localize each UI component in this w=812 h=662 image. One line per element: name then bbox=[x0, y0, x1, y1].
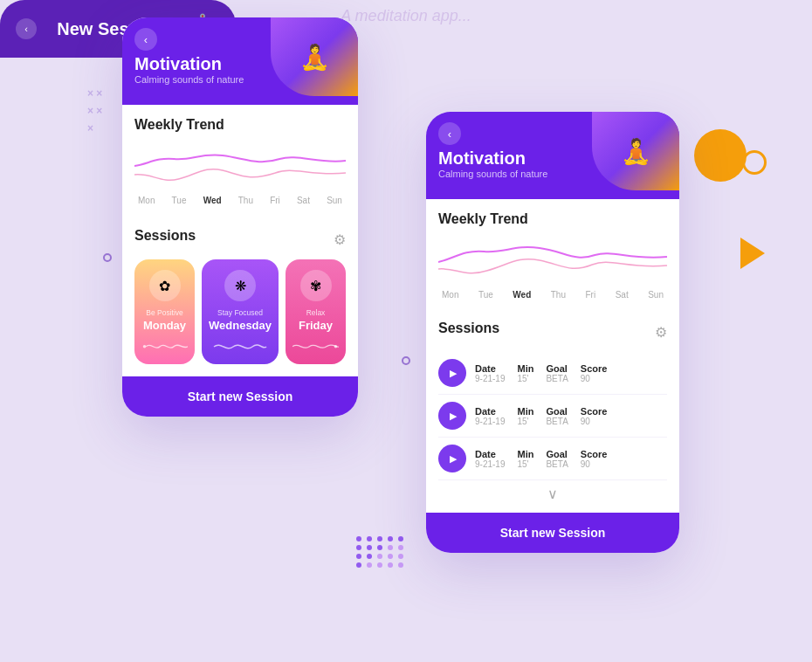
right-filter-icon[interactable]: ⚙ bbox=[655, 324, 667, 341]
goal-label-2: Goal bbox=[546, 406, 567, 417]
right-meditation-icon: 🧘 bbox=[621, 137, 651, 166]
session-score-col-3: Score 90 bbox=[581, 449, 608, 469]
right-header-illustration: 🧘 bbox=[592, 112, 679, 190]
right-trend-title: Weekly Trend bbox=[438, 211, 667, 227]
deco-yellow-circle bbox=[694, 129, 747, 182]
session-label-monday: Be Positive bbox=[146, 308, 183, 317]
session-card-friday[interactable]: ✾ Relax Friday bbox=[286, 259, 346, 364]
right-back-button[interactable]: ‹ bbox=[438, 122, 461, 145]
session-goal-col-1: Goal BETA bbox=[546, 363, 568, 383]
deco-circle-outline bbox=[742, 150, 767, 175]
date-value-3: 9-21-19 bbox=[475, 459, 505, 469]
r-day-thu: Thu bbox=[551, 290, 566, 300]
min-label-1: Min bbox=[517, 363, 533, 374]
right-phone: ‹ Motivation Calming sounds of nature 🧘 … bbox=[426, 112, 679, 553]
left-back-button[interactable]: ‹ bbox=[134, 28, 157, 51]
deco-small-circle-2 bbox=[402, 356, 410, 365]
left-session-cards: ✿ Be Positive Monday ❋ Stay Focused Wedn… bbox=[134, 259, 346, 364]
session-row-1: Date 9-21-19 Min 15' Goal BETA Score 90 bbox=[438, 352, 667, 395]
min-value-1: 15' bbox=[517, 374, 528, 383]
session-date-col-1: Date 9-21-19 bbox=[475, 363, 505, 383]
session-score-col-2: Score 90 bbox=[581, 406, 608, 426]
session-info-2: Date 9-21-19 Min 15' Goal BETA Score 90 bbox=[475, 406, 667, 426]
score-value-3: 90 bbox=[581, 459, 590, 469]
session-day-friday: Friday bbox=[299, 319, 333, 332]
left-sessions-header: Sessions ⚙ bbox=[134, 228, 346, 251]
session-card-wednesday[interactable]: ❋ Stay Focused Wednesday bbox=[202, 259, 279, 364]
session-date-col-3: Date 9-21-19 bbox=[475, 449, 505, 469]
right-sessions-section: Sessions ⚙ Date 9-21-19 Min 15' Goal BET… bbox=[426, 314, 679, 513]
svg-point-0 bbox=[143, 345, 147, 348]
day-wed: Wed bbox=[203, 196, 222, 205]
right-phone-header: ‹ Motivation Calming sounds of nature 🧘 bbox=[426, 112, 679, 199]
day-fri: Fri bbox=[270, 196, 280, 205]
filter-icon[interactable]: ⚙ bbox=[334, 231, 346, 248]
deco-small-circle-1 bbox=[103, 253, 112, 262]
session-wave-wednesday bbox=[209, 336, 272, 354]
session-card-monday[interactable]: ✿ Be Positive Monday bbox=[134, 259, 195, 364]
left-cta-button[interactable]: Start new Session bbox=[122, 376, 358, 417]
session-icon-friday: ✾ bbox=[300, 270, 332, 301]
r-day-tue: Tue bbox=[478, 290, 493, 300]
goal-value-1: BETA bbox=[546, 374, 568, 383]
decorative-x-marks: × × × × × bbox=[87, 87, 102, 134]
bottom-back-button[interactable]: ‹ bbox=[16, 18, 37, 39]
date-value-2: 9-21-19 bbox=[475, 417, 505, 426]
session-wave-friday bbox=[292, 336, 339, 354]
right-day-labels: Mon Tue Wed Thu Fri Sat Sun bbox=[438, 290, 667, 300]
session-min-col-3: Min 15' bbox=[517, 449, 533, 469]
right-sessions-header: Sessions ⚙ bbox=[438, 321, 667, 343]
session-info-1: Date 9-21-19 Min 15' Goal BETA Score 90 bbox=[475, 363, 667, 383]
deco-dots-grid bbox=[356, 536, 405, 568]
left-phone: ‹ Motivation Calming sounds of nature 🧘 … bbox=[122, 17, 358, 417]
session-row-3: Date 9-21-19 Min 15' Goal BETA Score 90 bbox=[438, 438, 667, 480]
day-sun: Sun bbox=[327, 196, 342, 205]
session-label-wednesday: Stay Focused bbox=[217, 308, 263, 317]
day-mon: Mon bbox=[138, 196, 155, 205]
session-day-monday: Monday bbox=[143, 319, 186, 332]
session-label-friday: Relax bbox=[306, 308, 326, 317]
play-button-1[interactable] bbox=[438, 359, 466, 387]
play-button-2[interactable] bbox=[438, 402, 466, 430]
session-goal-col-2: Goal BETA bbox=[546, 406, 568, 426]
right-sessions-title: Sessions bbox=[438, 321, 499, 336]
session-icon-wednesday: ❋ bbox=[224, 270, 256, 301]
play-button-3[interactable] bbox=[438, 445, 466, 472]
goal-label-3: Goal bbox=[546, 449, 567, 459]
goal-label-1: Goal bbox=[546, 363, 567, 374]
min-value-3: 15' bbox=[517, 459, 528, 469]
day-thu: Thu bbox=[238, 196, 253, 205]
min-label-3: Min bbox=[517, 449, 533, 459]
score-label-2: Score bbox=[581, 406, 608, 417]
left-header-illustration: 🧘 bbox=[271, 17, 358, 96]
date-label-1: Date bbox=[475, 363, 496, 374]
left-sessions-section: Sessions ⚙ ✿ Be Positive Monday ❋ Stay F… bbox=[122, 219, 358, 376]
right-weekly-trend: Weekly Trend Mon Tue Wed Thu Fri Sat Sun bbox=[426, 199, 679, 314]
left-trend-title: Weekly Trend bbox=[134, 117, 346, 133]
r-day-sun: Sun bbox=[648, 290, 664, 300]
min-label-2: Min bbox=[517, 406, 533, 417]
session-wave-monday bbox=[141, 336, 188, 354]
right-chart-area bbox=[438, 234, 667, 286]
score-label-3: Score bbox=[581, 449, 608, 459]
chevron-down[interactable]: ∨ bbox=[438, 480, 667, 509]
session-goal-col-3: Goal BETA bbox=[546, 449, 568, 469]
session-icon-monday: ✿ bbox=[149, 270, 181, 301]
session-info-3: Date 9-21-19 Min 15' Goal BETA Score 90 bbox=[475, 449, 667, 469]
session-min-col-2: Min 15' bbox=[517, 406, 533, 426]
session-min-col-1: Min 15' bbox=[517, 363, 533, 383]
goal-value-3: BETA bbox=[546, 459, 568, 469]
date-value-1: 9-21-19 bbox=[475, 374, 505, 383]
left-chart-area bbox=[134, 140, 346, 192]
right-cta-button[interactable]: Start new Session bbox=[426, 513, 679, 553]
session-score-col-1: Score 90 bbox=[581, 363, 608, 383]
score-value-1: 90 bbox=[581, 374, 590, 383]
date-label-2: Date bbox=[475, 406, 496, 417]
score-label-1: Score bbox=[581, 363, 608, 374]
r-day-sat: Sat bbox=[616, 290, 629, 300]
left-cta-label: Start new Session bbox=[188, 390, 293, 403]
session-day-wednesday: Wednesday bbox=[209, 319, 272, 332]
day-tue: Tue bbox=[172, 196, 187, 205]
right-cta-label: Start new Session bbox=[500, 526, 606, 540]
left-day-labels: Mon Tue Wed Thu Fri Sat Sun bbox=[134, 196, 346, 205]
